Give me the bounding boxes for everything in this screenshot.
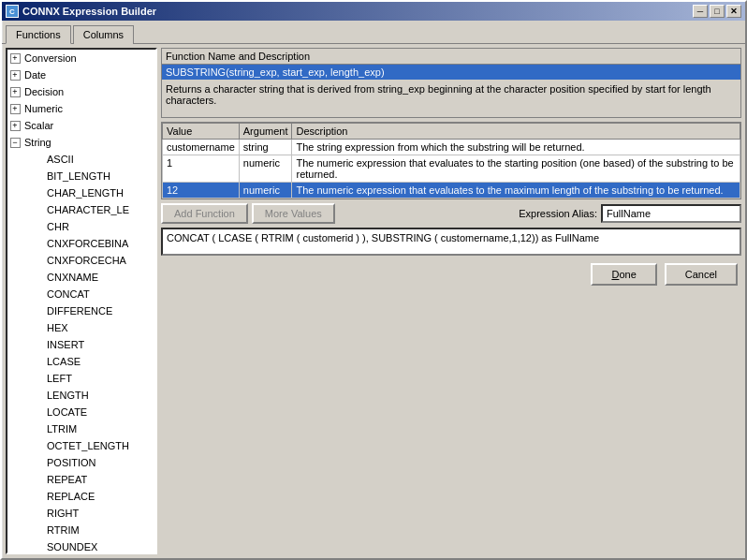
spacer-ltrim xyxy=(30,421,45,436)
tree-item-character-le[interactable]: CHARACTER_LE xyxy=(7,201,155,218)
spacer-position xyxy=(30,455,45,470)
titlebar-controls: ─ □ ✕ xyxy=(693,5,741,18)
spacer-rtrim xyxy=(30,523,45,538)
spacer-cnxforcebina xyxy=(30,236,45,251)
tree-item-locate[interactable]: LOCATE xyxy=(7,404,155,420)
tree-item-repeat[interactable]: REPEAT xyxy=(7,471,155,488)
expression-alias-input[interactable] xyxy=(601,204,741,223)
expand-icon-numeric: + xyxy=(7,101,22,116)
cell-value-3: 12 xyxy=(163,183,240,199)
spacer-cnxname xyxy=(30,270,45,285)
tree-item-left[interactable]: LEFT xyxy=(7,370,155,387)
tree-item-cnxname[interactable]: CNXNAME xyxy=(7,269,155,286)
table-row[interactable]: 12 numeric The numeric expression that e… xyxy=(163,183,740,199)
tab-columns[interactable]: Columns xyxy=(73,25,134,44)
tree-item-soundex[interactable]: SOUNDEX xyxy=(7,538,155,554)
spacer-soundex xyxy=(30,539,45,554)
tree-item-difference[interactable]: DIFFERENCE xyxy=(7,302,155,319)
tree-item-lcase[interactable]: LCASE xyxy=(7,353,155,370)
titlebar-title: C CONNX Expression Builder xyxy=(6,5,156,18)
spacer-locate xyxy=(30,405,45,420)
minimize-button[interactable]: ─ xyxy=(693,5,708,18)
add-function-button[interactable]: Add Function xyxy=(161,203,248,224)
tab-functions[interactable]: Functions xyxy=(6,25,71,44)
tree-item-conversion[interactable]: + Conversion xyxy=(7,50,155,66)
right-panel: Function Name and Description SUBSTRING(… xyxy=(161,48,741,554)
cell-description-2: The numeric expression that evaluates to… xyxy=(292,155,740,183)
titlebar-icon: C xyxy=(6,5,19,18)
tree-item-octet-length[interactable]: OCTET_LENGTH xyxy=(7,437,155,454)
function-section-header: Function Name and Description xyxy=(162,49,740,65)
tree-item-position[interactable]: POSITION xyxy=(7,454,155,471)
spacer-insert xyxy=(30,337,45,352)
alias-label: Expression Alias: xyxy=(519,208,597,219)
spacer-chr xyxy=(30,219,45,234)
arguments-table-section: Value Argument Description customername … xyxy=(161,122,741,199)
expand-icon-date: + xyxy=(7,67,22,82)
cancel-button[interactable]: Cancel xyxy=(665,263,738,286)
tree-item-ascii[interactable]: ASCII xyxy=(7,151,155,168)
main-window: C CONNX Expression Builder ─ □ ✕ Functio… xyxy=(0,0,747,560)
titlebar: C CONNX Expression Builder ─ □ ✕ xyxy=(2,2,745,21)
spacer-octet-length xyxy=(30,438,45,453)
close-button[interactable]: ✕ xyxy=(726,5,741,18)
main-content: + Conversion + Date + Decision xyxy=(2,43,745,558)
tree-item-insert[interactable]: INSERT xyxy=(7,336,155,353)
tree-item-rtrim[interactable]: RTRIM xyxy=(7,522,155,538)
cell-value-2: 1 xyxy=(163,155,240,183)
tree-item-char-length[interactable]: CHAR_LENGTH xyxy=(7,184,155,201)
cell-argument-3: numeric xyxy=(239,183,292,199)
expand-icon-scalar: + xyxy=(7,118,22,133)
cell-description-3: The numeric expression that evaluates to… xyxy=(292,183,740,199)
tree-item-numeric[interactable]: + Numeric xyxy=(7,100,155,117)
spacer-lcase xyxy=(30,354,45,369)
more-values-button[interactable]: More Values xyxy=(252,203,335,224)
cell-argument-2: numeric xyxy=(239,155,292,183)
maximize-button[interactable]: □ xyxy=(710,5,725,18)
expand-icon-decision: + xyxy=(7,84,22,99)
spacer-length xyxy=(30,388,45,403)
tree-item-concat[interactable]: CONCAT xyxy=(7,286,155,302)
spacer-concat xyxy=(30,287,45,302)
bottom-button-row: Done Cancel xyxy=(161,259,741,287)
tree-item-hex[interactable]: HEX xyxy=(7,319,155,336)
tree-item-right[interactable]: RIGHT xyxy=(7,505,155,522)
spacer-hex xyxy=(30,320,45,335)
spacer-bit-length xyxy=(30,169,45,184)
tree-item-string[interactable]: − String xyxy=(7,134,155,151)
col-header-argument: Argument xyxy=(239,124,292,140)
tree-item-chr[interactable]: CHR xyxy=(7,218,155,235)
function-tree[interactable]: + Conversion + Date + Decision xyxy=(6,48,157,554)
expand-icon-string: − xyxy=(7,135,22,150)
table-row[interactable]: customername string The string expressio… xyxy=(163,140,740,155)
spacer-char-length xyxy=(30,185,45,200)
cell-argument-1: string xyxy=(239,140,292,155)
col-header-value: Value xyxy=(163,124,240,140)
tree-item-date[interactable]: + Date xyxy=(7,66,155,83)
spacer-ascii xyxy=(30,152,45,167)
tree-item-cnxforcebina[interactable]: CNXFORCEBINA xyxy=(7,235,155,252)
spacer-repeat xyxy=(30,472,45,487)
tree-item-length[interactable]: LENGTH xyxy=(7,387,155,404)
tree-item-cnxforcecha[interactable]: CNXFORCECHA xyxy=(7,252,155,269)
cell-value-1: customername xyxy=(163,140,240,155)
spacer-difference xyxy=(30,303,45,318)
spacer-left xyxy=(30,371,45,386)
function-name-bar: SUBSTRING(string_exp, start_exp, length_… xyxy=(162,65,740,80)
col-header-description: Description xyxy=(292,124,740,140)
tree-item-ltrim[interactable]: LTRIM xyxy=(7,420,155,437)
done-button[interactable]: Done xyxy=(591,263,656,286)
spacer-cnxforcecha xyxy=(30,253,45,268)
tree-item-scalar[interactable]: + Scalar xyxy=(7,117,155,134)
tree-item-bit-length[interactable]: BIT_LENGTH xyxy=(7,168,155,184)
action-button-row: Add Function More Values Expression Alia… xyxy=(161,203,741,224)
function-description: Returns a character string that is deriv… xyxy=(162,80,740,117)
tree-item-decision[interactable]: + Decision xyxy=(7,83,155,100)
spacer-character-le xyxy=(30,202,45,217)
table-row[interactable]: 1 numeric The numeric expression that ev… xyxy=(163,155,740,183)
tree-item-replace[interactable]: REPLACE xyxy=(7,488,155,505)
arguments-table: Value Argument Description customername … xyxy=(162,123,740,199)
expand-icon-conversion: + xyxy=(7,51,22,66)
spacer-right xyxy=(30,506,45,521)
expression-area[interactable]: CONCAT ( LCASE ( RTRIM ( customerid ) ),… xyxy=(161,228,741,256)
